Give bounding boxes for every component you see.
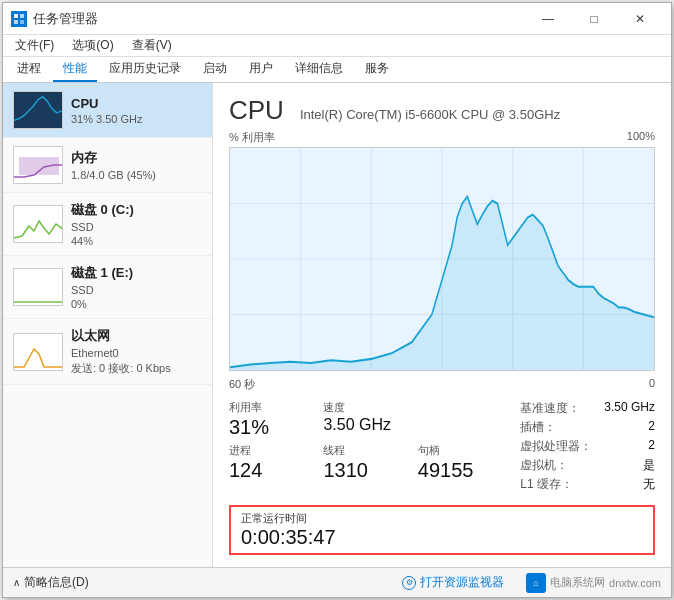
disk1-info: 磁盘 1 (E:) SSD 0%	[71, 264, 202, 310]
disk1-label: 磁盘 1 (E:)	[71, 264, 202, 282]
disk0-thumbnail	[13, 205, 63, 243]
mem-thumbnail	[13, 146, 63, 184]
app-icon	[11, 11, 27, 27]
uptime-label: 正常运行时间	[241, 511, 643, 526]
disk1-thumbnail	[13, 268, 63, 306]
util-label: 利用率	[229, 400, 307, 415]
threads-value: 1310	[323, 458, 401, 482]
net-adapter: Ethernet0	[71, 347, 202, 359]
chevron-up-icon: ∧	[13, 577, 20, 588]
maximize-button[interactable]: □	[571, 3, 617, 35]
menu-options[interactable]: 选项(O)	[64, 35, 121, 56]
proc-value: 124	[229, 458, 307, 482]
menu-file[interactable]: 文件(F)	[7, 35, 62, 56]
sidebar-item-network[interactable]: 以太网 Ethernet0 发送: 0 接收: 0 Kbps	[3, 319, 212, 385]
watermark-area: ⌂ 电脑系统网 dnxtw.com	[526, 573, 661, 593]
virtual-procs-value: 2	[604, 438, 655, 455]
speed-label: 速度	[323, 400, 401, 415]
menu-view[interactable]: 查看(V)	[124, 35, 180, 56]
svg-rect-1	[20, 14, 24, 18]
disk0-type: SSD	[71, 221, 202, 233]
resource-monitor-label: 打开资源监视器	[420, 574, 504, 591]
main-subtitle: Intel(R) Core(TM) i5-6600K CPU @ 3.50GHz	[300, 107, 560, 122]
net-info: 以太网 Ethernet0 发送: 0 接收: 0 Kbps	[71, 327, 202, 376]
cpu-info: CPU 31% 3.50 GHz	[71, 96, 202, 125]
tab-processes[interactable]: 进程	[7, 57, 51, 82]
bottom-right: ⚙ 打开资源监视器 ⌂ 电脑系统网 dnxtw.com	[402, 573, 661, 593]
mem-label: 内存	[71, 149, 202, 167]
mem-stats: 1.8/4.0 GB (45%)	[71, 169, 202, 181]
vm-label: 虚拟机：	[520, 457, 592, 474]
net-thumbnail	[13, 333, 63, 371]
cpu-thumbnail	[13, 91, 63, 129]
watermark-text: 电脑系统网	[550, 575, 605, 590]
minimize-button[interactable]: —	[525, 3, 571, 35]
chart-x-left: 60 秒	[229, 377, 255, 392]
main-header: CPU Intel(R) Core(TM) i5-6600K CPU @ 3.5…	[229, 95, 655, 126]
stat-speed: 速度 3.50 GHz	[323, 400, 401, 439]
chart-x-right: 0	[649, 377, 655, 392]
watermark-domain: dnxtw.com	[609, 577, 661, 589]
l1-label: L1 缓存：	[520, 476, 592, 493]
net-stats: 发送: 0 接收: 0 Kbps	[71, 361, 202, 376]
virtual-procs-label: 虚拟处理器：	[520, 438, 592, 455]
threads-label: 线程	[323, 443, 401, 458]
title-bar: 任务管理器 — □ ✕	[3, 3, 671, 35]
brief-info-button[interactable]: ∧ 简略信息(D)	[13, 574, 89, 591]
sidebar-item-disk0[interactable]: 磁盘 0 (C:) SSD 44%	[3, 193, 212, 256]
main-title: CPU	[229, 95, 284, 126]
chart-y-max: 100%	[627, 130, 655, 145]
sidebar-item-disk1[interactable]: 磁盘 1 (E:) SSD 0%	[3, 256, 212, 319]
content-area: CPU 31% 3.50 GHz 内存 1.8/4.0 GB (45%)	[3, 83, 671, 567]
mem-info: 内存 1.8/4.0 GB (45%)	[71, 149, 202, 181]
watermark-icon: ⌂	[526, 573, 546, 593]
svg-rect-2	[14, 20, 18, 24]
proc-label: 进程	[229, 443, 307, 458]
tab-bar: 进程 性能 应用历史记录 启动 用户 详细信息 服务	[3, 57, 671, 83]
sockets-value: 2	[604, 419, 655, 436]
handles-value: 49155	[418, 458, 496, 482]
sidebar-item-memory[interactable]: 内存 1.8/4.0 GB (45%)	[3, 138, 212, 193]
sidebar-item-cpu[interactable]: CPU 31% 3.50 GHz	[3, 83, 212, 138]
bottom-bar: ∧ 简略信息(D) ⚙ 打开资源监视器 ⌂ 电脑系统网 dnxtw.com	[3, 567, 671, 597]
stat-empty	[418, 400, 496, 439]
disk0-info: 磁盘 0 (C:) SSD 44%	[71, 201, 202, 247]
stat-threads: 线程 1310	[323, 443, 401, 482]
sockets-label: 插槽：	[520, 419, 592, 436]
brief-info-label: 简略信息(D)	[24, 574, 89, 591]
disk0-pct: 44%	[71, 235, 202, 247]
close-button[interactable]: ✕	[617, 3, 663, 35]
util-value: 31%	[229, 415, 307, 439]
cpu-stats: 31% 3.50 GHz	[71, 113, 202, 125]
base-speed-value: 3.50 GHz	[604, 400, 655, 417]
base-speed-label: 基准速度：	[520, 400, 592, 417]
cpu-chart	[229, 147, 655, 371]
stat-handles: 句柄 49155	[418, 443, 496, 482]
disk1-pct: 0%	[71, 298, 202, 310]
disk0-label: 磁盘 0 (C:)	[71, 201, 202, 219]
net-label: 以太网	[71, 327, 202, 345]
uptime-value: 0:00:35:47	[241, 526, 643, 549]
window-title: 任务管理器	[33, 10, 98, 28]
sidebar: CPU 31% 3.50 GHz 内存 1.8/4.0 GB (45%)	[3, 83, 213, 567]
tab-performance[interactable]: 性能	[53, 57, 97, 82]
handles-label: 句柄	[418, 443, 496, 458]
svg-rect-0	[14, 14, 18, 18]
chart-y-label: % 利用率	[229, 130, 275, 145]
task-manager-window: 任务管理器 — □ ✕ 文件(F) 选项(O) 查看(V) 进程 性能 应用历史…	[2, 2, 672, 598]
uptime-box: 正常运行时间 0:00:35:47	[229, 505, 655, 555]
l1-value: 无	[604, 476, 655, 493]
disk1-type: SSD	[71, 284, 202, 296]
resource-monitor-icon: ⚙	[402, 576, 416, 590]
tab-app-history[interactable]: 应用历史记录	[99, 57, 191, 82]
vm-value: 是	[604, 457, 655, 474]
tab-services[interactable]: 服务	[355, 57, 399, 82]
tab-users[interactable]: 用户	[239, 57, 283, 82]
tab-details[interactable]: 详细信息	[285, 57, 353, 82]
open-resource-monitor-button[interactable]: ⚙ 打开资源监视器	[402, 574, 504, 591]
main-panel: CPU Intel(R) Core(TM) i5-6600K CPU @ 3.5…	[213, 83, 671, 567]
svg-rect-3	[20, 20, 24, 24]
menu-bar: 文件(F) 选项(O) 查看(V)	[3, 35, 671, 57]
svg-rect-4	[19, 157, 59, 175]
tab-startup[interactable]: 启动	[193, 57, 237, 82]
